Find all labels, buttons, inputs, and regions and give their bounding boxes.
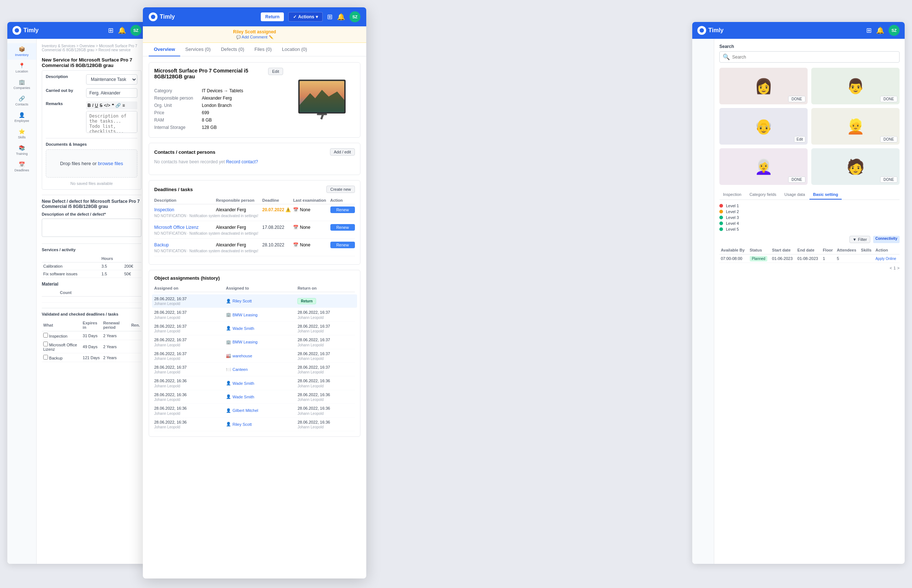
renew-button-2[interactable]: Renew [330, 242, 355, 248]
level-dot-3 [720, 216, 723, 219]
description-select[interactable]: Maintenance Task [86, 74, 137, 85]
bell-icon-right[interactable]: 🔔 [876, 26, 884, 34]
assignee-link-3[interactable]: 🏢 BMW Leasing [226, 340, 298, 344]
sidebar-item-skills[interactable]: ⭐ Skills [7, 126, 36, 142]
deadline-check-1[interactable] [43, 342, 48, 346]
assignee-link-7[interactable]: 👤 Wade Smith [226, 394, 298, 399]
calendar-icon-0[interactable]: 📅 [293, 207, 299, 212]
right-header-actions: ⊞ 🔔 SZ [866, 25, 899, 36]
quote-icon[interactable]: ❝ [112, 103, 114, 108]
tab-overview[interactable]: Overview [149, 43, 180, 57]
bold-icon[interactable]: B [87, 103, 91, 108]
list-icon[interactable]: ≡ [122, 103, 125, 108]
sidebar-item-location[interactable]: 📍 Location [7, 60, 36, 76]
right-tab-basic[interactable]: Basic setting [809, 190, 842, 200]
record-contact-link[interactable]: Record contact? [226, 159, 258, 165]
avatar-right[interactable]: SZ [889, 25, 899, 36]
deadline-office-link[interactable]: Microsoft Office Lizenz [154, 225, 216, 230]
deadline-check-2[interactable] [43, 355, 48, 360]
done-button-1[interactable]: DONE [880, 96, 897, 102]
assignee-link-9[interactable]: 👤 Riley Scott [226, 422, 298, 426]
edit-button-2[interactable]: Edit [794, 136, 805, 142]
material-table: Count [42, 289, 141, 303]
sidebar-item-companies[interactable]: 🏢 Companies [7, 76, 36, 93]
apply-online-link[interactable]: Apply Online [875, 257, 896, 261]
main-header: Timly Return ✓ Actions ▾ ⊞ 🔔 SZ [143, 7, 366, 26]
assignee-link-6[interactable]: 👤 Wade Smith [226, 381, 298, 386]
remarks-textarea[interactable] [86, 111, 137, 133]
no-notification-0: NO NOTIFICATION · Notification system de… [154, 214, 355, 218]
done-button-5[interactable]: DONE [880, 176, 897, 183]
deadline-inspection-link[interactable]: Inspection [154, 207, 216, 212]
deadline-office-date: 17.08.2022 [262, 225, 293, 230]
deadline-inspection-date: 20.07.2022 ⚠️ [262, 207, 293, 212]
assign-row-1: 28.06.2022, 16:37 Johann Leopold 🏢 BMW L… [154, 308, 355, 321]
tab-services[interactable]: Services (0) [180, 43, 216, 57]
assignee-link-5[interactable]: 🍽️ Canteen [226, 367, 298, 372]
services-table: Hours Calibration 3.5 200€ Fix software … [42, 255, 141, 278]
docs-section-header: Documents & Images [46, 138, 137, 147]
calendar-icon-1[interactable]: 📅 [293, 225, 299, 230]
device-info: Microsoft Surface Pro 7 Commercial i5 8G… [154, 68, 283, 132]
renew-button-0[interactable]: Renew [330, 207, 355, 213]
avatar-left[interactable]: SZ [130, 25, 141, 36]
contacts-add-edit-button[interactable]: Add / edit [330, 148, 355, 156]
bell-icon-main[interactable]: 🔔 [337, 13, 345, 21]
device-edit-button[interactable]: Edit [268, 68, 283, 75]
material-title: Material [42, 281, 141, 287]
avatar-main[interactable]: SZ [349, 11, 361, 22]
building-icon-3: 🏢 [226, 340, 231, 344]
return-button[interactable]: Return [261, 13, 284, 21]
browse-link[interactable]: browse files [98, 161, 123, 166]
tab-location[interactable]: Location (0) [277, 43, 312, 57]
panel-content: Microsoft Surface Pro 7 Commercial i5 8G… [143, 57, 366, 578]
done-button-4[interactable]: DONE [788, 176, 805, 183]
add-comment-link[interactable]: Add Comment [242, 35, 267, 39]
grid-icon-main[interactable]: ⊞ [327, 13, 333, 21]
done-button-3[interactable]: DONE [880, 136, 897, 142]
sidebar-item-employee[interactable]: 👤 Employee [7, 109, 36, 126]
sidebar-item-contacts[interactable]: 🔗 Contacts [7, 93, 36, 109]
deadline-check-0[interactable] [43, 333, 48, 338]
code-icon[interactable]: </> [104, 103, 110, 108]
underline-icon[interactable]: U [95, 103, 98, 108]
employee-icon: 👤 [19, 112, 25, 118]
tab-defects[interactable]: Defects (0) [216, 43, 249, 57]
grid-icon-left[interactable]: ⊞ [108, 26, 113, 34]
deadline-backup-link[interactable]: Backup [154, 242, 216, 247]
right-tab-usage[interactable]: Usage data [781, 190, 809, 200]
italic-icon[interactable]: I [92, 103, 94, 108]
renew-button-1[interactable]: Renew [330, 224, 355, 231]
assignee-link-0[interactable]: 👤 Riley Scott [226, 299, 298, 304]
actions-button[interactable]: ✓ Actions ▾ [288, 12, 323, 22]
assignee-link-2[interactable]: 👤 Wade Smith [226, 326, 298, 331]
tab-files[interactable]: Files (0) [249, 43, 277, 57]
canteen-icon: 🍽️ [226, 367, 231, 372]
link-icon[interactable]: 🔗 [115, 103, 121, 108]
sidebar-item-training[interactable]: 📚 Training [7, 142, 36, 158]
contacts-title: Contacts / contact persons [154, 149, 215, 155]
carried-out-input[interactable] [86, 88, 137, 98]
person-icon-6: 👤 [226, 381, 231, 386]
sidebar-item-inventory[interactable]: 📦 Inventory [7, 43, 36, 60]
assigned-user-link[interactable]: Riley Scott [233, 29, 255, 34]
create-new-button[interactable]: Create new [327, 186, 355, 193]
search-input[interactable] [732, 55, 896, 60]
sidebar-item-deadlines[interactable]: 📅 Deadlines [7, 158, 36, 175]
service-form-section: Description Maintenance Task Carried out… [42, 70, 141, 190]
done-button-0[interactable]: DONE [788, 96, 805, 102]
right-tab-inspection[interactable]: Inspection [720, 190, 745, 200]
calendar-icon-2[interactable]: 📅 [293, 242, 299, 247]
grid-icon-right[interactable]: ⊞ [866, 26, 872, 34]
filter-button[interactable]: ▼ Filter [849, 236, 870, 243]
building-icon-1: 🏢 [226, 312, 231, 317]
strikethrough-icon[interactable]: S̶ [100, 103, 103, 108]
assign-row-7: 28.06.2022, 16:36 Johann Leopold 👤 Wade … [154, 390, 355, 404]
right-tab-category[interactable]: Category fields [746, 190, 780, 200]
assignee-link-8[interactable]: 👤 Gilbert Mitchel [226, 408, 298, 413]
drop-zone[interactable]: Drop files here or browse files [46, 149, 137, 178]
assignee-link-4[interactable]: 🏭 warehouse [226, 353, 298, 358]
defect-textarea[interactable] [42, 218, 141, 237]
assignee-link-1[interactable]: 🏢 BMW Leasing [226, 312, 298, 317]
bell-icon-left[interactable]: 🔔 [118, 26, 126, 34]
